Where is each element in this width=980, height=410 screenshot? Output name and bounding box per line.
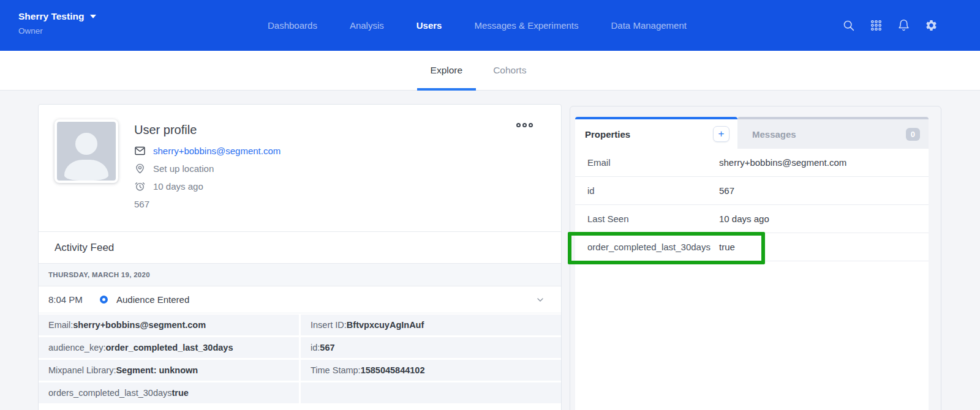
event-name: Audience Entered (116, 294, 189, 305)
properties-panel: Properties + Messages 0 Email sherry+bob… (570, 106, 941, 410)
detail-insert-id: Insert ID: BftvpxcuyAgInAuf (301, 315, 561, 335)
top-nav-bar: Sherry Testing Owner Dashboards Analysis… (0, 0, 980, 51)
nav-item-messages-experiments[interactable]: Messages & Experiments (474, 20, 578, 31)
tab-properties[interactable]: Properties + (575, 117, 737, 149)
property-row-id: id 567 (575, 177, 929, 205)
nav-item-analysis[interactable]: Analysis (350, 20, 384, 31)
profile-user-id: 567 (134, 199, 149, 209)
activity-event-row[interactable]: 8:04 PM Audience Entered (39, 286, 561, 313)
nav-item-dashboards[interactable]: Dashboards (268, 20, 317, 31)
tab-explore[interactable]: Explore (429, 51, 464, 90)
event-time: 8:04 PM (48, 294, 90, 305)
detail-empty-cell (301, 382, 561, 403)
apps-grid-icon[interactable] (870, 19, 883, 32)
user-profile-card: User profile sherry+bobbins@segment.com … (38, 104, 562, 410)
add-property-button[interactable]: + (713, 126, 729, 142)
tab-cohorts[interactable]: Cohorts (492, 51, 527, 90)
header-icon-group (842, 0, 938, 51)
notifications-bell-icon[interactable] (897, 19, 910, 32)
property-row-order-completed: order_completed_last_30days true (575, 233, 929, 261)
project-role: Owner (18, 26, 96, 35)
panel-tabs: Properties + Messages 0 (575, 117, 929, 149)
detail-time-stamp: Time Stamp: 1585045844102 (301, 360, 561, 381)
settings-gear-icon[interactable] (925, 19, 938, 32)
nav-item-data-management[interactable]: Data Management (611, 20, 687, 31)
caret-down-icon (90, 15, 96, 18)
set-up-location[interactable]: Set up location (153, 163, 214, 174)
search-icon[interactable] (842, 19, 855, 32)
activity-feed-title: Activity Feed (39, 232, 561, 264)
tab-messages[interactable]: Messages 0 (737, 117, 929, 149)
property-row-email: Email sherry+bobbins@segment.com (575, 149, 929, 177)
section-tab-bar: Explore Cohorts (0, 51, 980, 91)
more-options-icon (516, 123, 521, 127)
profile-header: User profile sherry+bobbins@segment.com … (39, 105, 561, 231)
primary-nav: Dashboards Analysis Users Messages & Exp… (268, 0, 687, 51)
profile-title: User profile (134, 123, 281, 137)
messages-count-badge: 0 (906, 128, 920, 141)
detail-id: id: 567 (301, 337, 561, 358)
profile-email-link[interactable]: sherry+bobbins@segment.com (153, 146, 281, 156)
property-email-link[interactable]: sherry+bobbins@segment.com (719, 157, 846, 168)
nav-item-users[interactable]: Users (417, 20, 442, 31)
project-name: Sherry Testing (18, 11, 84, 22)
detail-email: Email: sherry+bobbins@segment.com (39, 315, 299, 335)
envelope-icon (134, 145, 146, 157)
main-content: User profile sherry+bobbins@segment.com … (0, 91, 980, 410)
property-row-last-seen: Last Seen 10 days ago (575, 205, 929, 233)
properties-table: Email sherry+bobbins@segment.com id 567 … (575, 149, 929, 410)
detail-audience-key: audience_key: order_completed_last_30day… (39, 337, 299, 358)
detail-orders-completed: orders_completed_last_30daystrue (39, 382, 299, 403)
more-options-button[interactable] (514, 121, 535, 130)
alarm-clock-icon (134, 181, 146, 192)
location-pin-icon (134, 163, 146, 174)
project-switcher[interactable]: Sherry Testing Owner (18, 11, 96, 35)
detail-mixpanel-library: Mixpanel Library: Segment: unknown (39, 360, 299, 381)
audience-entered-dot-icon (100, 296, 108, 304)
activity-date-header: THURSDAY, MARCH 19, 2020 (39, 264, 561, 286)
chevron-down-icon[interactable] (535, 295, 545, 305)
avatar (55, 119, 118, 183)
profile-last-seen: 10 days ago (153, 181, 203, 192)
event-details-table: Email: sherry+bobbins@segment.com Insert… (39, 313, 561, 403)
